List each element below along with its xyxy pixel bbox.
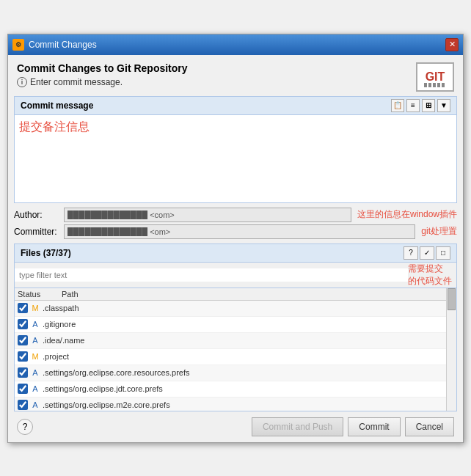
author-label: Author: <box>14 210 64 220</box>
table-row: A .idea/.name <box>15 333 456 349</box>
committer-annotation: git处理置 <box>421 225 457 238</box>
dialog-header: Commit Changes to Git Repository i Enter… <box>8 55 463 96</box>
commit-push-button[interactable]: Commit and Push <box>252 417 343 436</box>
files-section-label: Files (37/37) <box>21 248 71 258</box>
col-path-header: Path <box>62 290 453 299</box>
file-icon-added: A <box>30 400 40 410</box>
scrollbar-thumb[interactable] <box>448 288 456 310</box>
file-name: .gitignore <box>43 320 76 329</box>
info-text: Enter commit message. <box>30 77 123 87</box>
committer-label: Committer: <box>14 227 64 237</box>
file-name: .idea/.name <box>43 336 84 345</box>
footer-right: Commit and Push Commit Cancel <box>252 417 454 436</box>
commit-dialog: ⚙ Commit Changes ✕ Commit Changes to Git… <box>7 34 464 443</box>
file-name: .settings/org.eclipse.m2e.core.prefs <box>43 400 170 409</box>
help-button[interactable]: ? <box>17 419 33 435</box>
dialog-title: Commit Changes <box>29 40 97 50</box>
close-button[interactable]: ✕ <box>445 38 459 51</box>
commit-button[interactable]: Commit <box>348 417 400 436</box>
files-header: Files (37/37) ? ✓ □ <box>14 244 457 263</box>
file-name: .settings/org.eclipse.core.resources.pre… <box>43 368 190 377</box>
file-name: .settings/org.eclipse.jdt.core.prefs <box>43 384 163 393</box>
footer-left: ? <box>17 419 33 435</box>
files-check-btn[interactable]: ✓ <box>420 246 434 260</box>
table-row: A .settings/org.eclipse.m2e.core.prefs <box>15 398 456 411</box>
file-name: .classpath <box>43 304 79 312</box>
git-logo: GIT <box>416 62 454 92</box>
file-checkbox-gitignore[interactable] <box>18 319 28 329</box>
fields-area: Author: 这里的信息在window插件 Committer: git处理置 <box>14 208 457 239</box>
author-row: Author: 这里的信息在window插件 <box>14 208 457 222</box>
commit-message-section-label: Commit message 📋 ≡ ⊞ ▼ <box>14 96 457 115</box>
toolbar-btn-list[interactable]: ≡ <box>406 99 420 112</box>
file-icon-added: A <box>30 335 40 345</box>
file-checkbox-idea-name[interactable] <box>18 335 28 345</box>
author-input[interactable] <box>64 208 351 222</box>
file-checkbox-project[interactable] <box>18 351 28 362</box>
info-row: i Enter commit message. <box>17 77 188 87</box>
file-checkbox-classpath[interactable] <box>18 303 28 313</box>
filter-annotation: 需要提交的代码文件 <box>408 263 456 288</box>
table-row: M .classpath <box>15 301 456 317</box>
dialog-footer: ? Commit and Push Commit Cancel <box>8 411 463 442</box>
col-status-header: Status <box>18 290 62 299</box>
files-uncheck-btn[interactable]: □ <box>436 246 450 260</box>
file-checkbox-jdt-core[interactable] <box>18 384 28 394</box>
table-row: A .settings/org.eclipse.core.resources.p… <box>15 365 456 381</box>
files-help-btn[interactable]: ? <box>404 246 418 260</box>
commit-message-toolbar: 📋 ≡ ⊞ ▼ <box>391 99 450 112</box>
dialog-heading: Commit Changes to Git Repository <box>17 62 188 74</box>
filter-row: 需要提交的代码文件 <box>14 263 457 288</box>
file-checkbox-core-resources[interactable] <box>18 367 28 378</box>
commit-message-area[interactable]: 提交备注信息 <box>14 115 457 203</box>
info-icon: i <box>17 77 27 87</box>
title-bar: ⚙ Commit Changes ✕ <box>8 34 463 55</box>
filter-input[interactable] <box>15 268 408 282</box>
commit-message-label: Commit message <box>21 100 93 111</box>
author-annotation: 这里的信息在window插件 <box>357 208 457 221</box>
scrollbar[interactable] <box>446 288 456 411</box>
table-row: A .gitignore <box>15 317 456 333</box>
committer-input[interactable] <box>64 224 415 239</box>
toolbar-btn-box[interactable]: ⊞ <box>422 99 435 112</box>
files-list: Status Path M .classpath A .gitignore A … <box>14 288 457 411</box>
files-col-header: Status Path <box>15 288 456 301</box>
file-name: .project <box>43 352 69 361</box>
toolbar-btn-dropdown[interactable]: ▼ <box>437 99 450 112</box>
title-bar-left: ⚙ Commit Changes <box>12 39 97 51</box>
file-checkbox-m2e[interactable] <box>18 400 28 410</box>
file-icon-modified: M <box>30 351 40 362</box>
cancel-button[interactable]: Cancel <box>405 417 454 436</box>
file-icon-modified: M <box>30 303 40 313</box>
table-row: M .project <box>15 349 456 365</box>
file-icon-added: A <box>30 384 40 394</box>
file-icon-added: A <box>30 319 40 329</box>
file-icon-added: A <box>30 367 40 378</box>
dialog-icon: ⚙ <box>12 39 24 51</box>
commit-message-text: 提交备注信息 <box>19 120 90 133</box>
files-section: Files (37/37) ? ✓ □ 需要提交的代码文件 Status Pat… <box>14 244 457 411</box>
toolbar-btn-copy[interactable]: 📋 <box>391 99 404 112</box>
table-row: A .settings/org.eclipse.jdt.core.prefs <box>15 381 456 398</box>
files-header-toolbar: ? ✓ □ <box>404 246 450 260</box>
header-left: Commit Changes to Git Repository i Enter… <box>17 62 188 87</box>
committer-row: Committer: git处理置 <box>14 224 457 239</box>
